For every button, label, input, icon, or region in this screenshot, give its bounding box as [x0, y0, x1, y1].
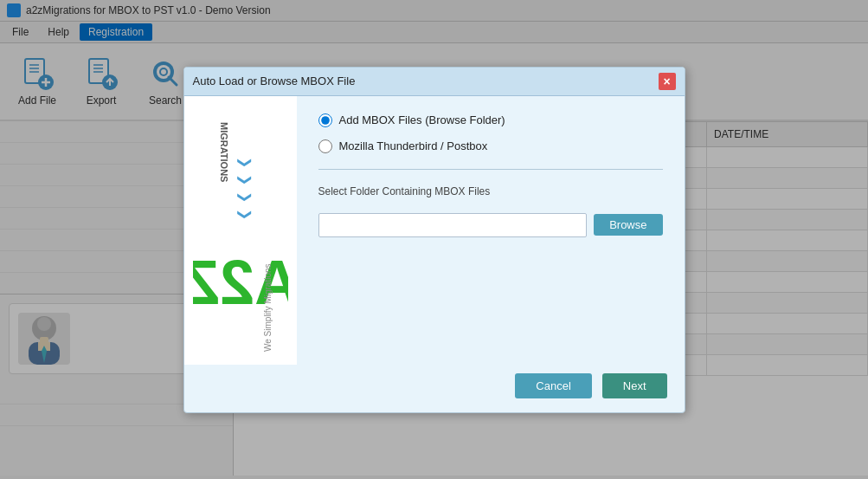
svg-text:❯: ❯ [237, 209, 253, 220]
dialog-titlebar: Auto Load or Browse MBOX File × [184, 68, 685, 96]
radio-thunderbird[interactable] [318, 139, 332, 153]
svg-text:We Simplify Migrations: We Simplify Migrations [263, 263, 273, 352]
svg-text:❯: ❯ [237, 174, 253, 185]
radio-thunderbird-label[interactable]: Mozilla Thunderbird / Postbox [339, 139, 488, 152]
dialog-content: Add MBOX Files (Browse Folder) Mozilla T… [297, 96, 685, 365]
dialog-logo: MIGRATIONS ❯ ❯ ❯ ❯ A2Z We Simplify Migra… [184, 96, 297, 365]
svg-text:❯: ❯ [237, 191, 253, 203]
svg-text:MIGRATIONS: MIGRATIONS [219, 122, 229, 182]
svg-text:A2Z: A2Z [193, 248, 288, 317]
svg-text:❯: ❯ [237, 157, 253, 168]
folder-select-label: Select Folder Containing MBOX Files [318, 185, 663, 197]
browse-button[interactable]: Browse [594, 214, 662, 236]
folder-path-input[interactable] [318, 213, 588, 237]
divider [318, 169, 663, 170]
cancel-button[interactable]: Cancel [515, 373, 591, 398]
dialog-close-button[interactable]: × [659, 73, 676, 90]
dialog-overlay: Auto Load or Browse MBOX File × MIGRATIO… [0, 0, 868, 476]
next-button[interactable]: Next [602, 373, 667, 398]
radio-row-thunderbird: Mozilla Thunderbird / Postbox [318, 139, 663, 153]
radio-browse-folder[interactable] [318, 113, 332, 127]
radio-browse-label[interactable]: Add MBOX Files (Browse Folder) [339, 113, 505, 126]
dialog: Auto Load or Browse MBOX File × MIGRATIO… [183, 67, 685, 413]
dialog-body: MIGRATIONS ❯ ❯ ❯ ❯ A2Z We Simplify Migra… [184, 96, 685, 365]
folder-row: Browse [318, 213, 663, 237]
dialog-title: Auto Load or Browse MBOX File [193, 74, 356, 87]
radio-row-browse: Add MBOX Files (Browse Folder) [318, 113, 663, 127]
dialog-footer: Cancel Next [184, 365, 685, 412]
